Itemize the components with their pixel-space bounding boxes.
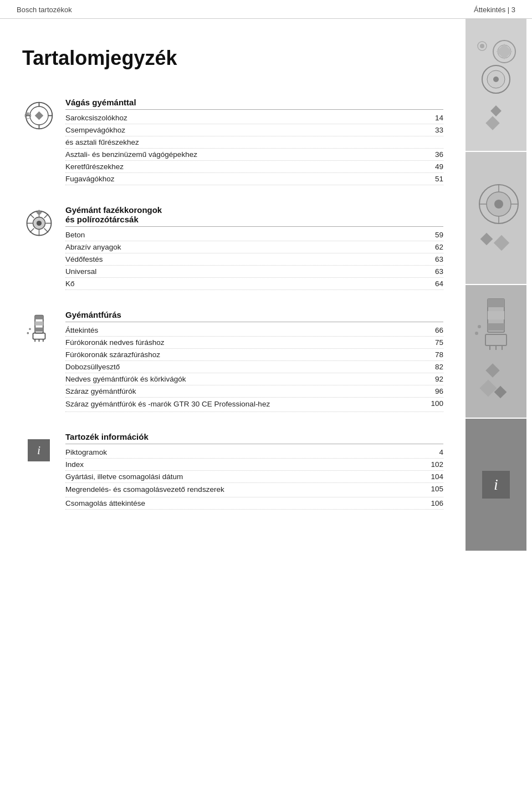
toc-item-page: 36 (427, 150, 443, 159)
toc-item-page: 106 (427, 499, 443, 507)
section-furas-items: Áttekintés66Fúrókoronák nedves fúráshoz7… (65, 324, 443, 412)
svg-rect-30 (494, 235, 509, 251)
section-tartozek-content: Tartozék információk Piktogramok4Index10… (65, 432, 443, 510)
svg-point-23 (493, 77, 499, 82)
section-vagas: Vágás gyémánttal Sarokcsiszolókhoz14Csem… (22, 98, 443, 185)
svg-rect-29 (480, 233, 493, 246)
svg-point-36 (478, 325, 481, 328)
toc-item: Csomagolás áttekintése106 (65, 497, 443, 510)
toc-item-label: Piktogramok (65, 448, 427, 456)
svg-rect-11 (35, 321, 43, 325)
toc-item: Dobozsüllyesztő82 (65, 361, 443, 373)
toc-item: Száraz gyémántfúrók és -marók GTR 30 CE … (65, 398, 443, 412)
toc-item-label: Száraz gyémántfúrók és -marók GTR 30 CE … (65, 399, 427, 410)
toc-item-label: Nedves gyémántfúrók és körkivágók (65, 375, 427, 383)
svg-rect-18 (497, 44, 512, 59)
toc-item-label: Fúrókoronák szárazfúráshoz (65, 350, 427, 359)
toc-item: Abrazív anyagok62 (65, 241, 443, 253)
toc-item-page: 96 (427, 387, 443, 395)
toc-item-label: Csempevágókhoz (65, 126, 427, 134)
section-tartozek: i Tartozék információk Piktogramok4Index… (22, 432, 443, 510)
section-furas-title: Gyémántfúrás (65, 310, 443, 322)
page-content: Tartalomjegyzék (0, 19, 532, 552)
toc-item-label: Universal (65, 267, 427, 276)
toc-item: Száraz gyémántfúrók96 (65, 385, 443, 398)
toc-item: Keretfűrészekhez49 (65, 161, 443, 173)
svg-rect-10 (35, 315, 43, 319)
section-icon-info: i (22, 433, 55, 466)
toc-item: Fúrókoronák szárazfúráshoz78 (65, 349, 443, 361)
section-fazek-title: Gyémánt fazékkorongokés polírozótárcsák (65, 205, 443, 227)
toc-item-label: Index (65, 460, 427, 469)
section-furas-content: Gyémántfúrás Áttekintés66Fúrókoronák ned… (65, 310, 443, 412)
section-gyemant-fazek: Gyémánt fazékkorongokés polírozótárcsák … (22, 205, 443, 290)
svg-rect-35 (485, 334, 507, 345)
toc-item-page: 100 (427, 399, 443, 408)
toc-item: Gyártási, illetve csomagolási dátum104 (65, 471, 443, 483)
toc-item-label: Védőfestés (65, 255, 427, 263)
toc-item-label: Megrendelés- és csomagolásvezető rendsze… (65, 485, 427, 495)
toc-item-page: 63 (427, 267, 443, 276)
toc-item-label: Abrazív anyagok (65, 243, 427, 251)
toc-item-page: 75 (427, 338, 443, 347)
toc-item: Megrendelés- és csomagolásvezető rendsze… (65, 483, 443, 497)
drilling-icon (24, 313, 54, 343)
sidebar-tab-3 (466, 285, 526, 418)
svg-point-7 (36, 220, 41, 225)
svg-rect-12 (35, 327, 43, 331)
deco-svg-1 (471, 35, 521, 135)
toc-item: Asztali- és benzinüzemű vágógépekhez36 (65, 149, 443, 161)
toc-item: Fugavágókhoz51 (65, 173, 443, 185)
polishing-icon (24, 208, 54, 238)
section-vagas-content: Vágás gyémánttal Sarokcsiszolókhoz14Csem… (65, 98, 443, 185)
toc-item-page: 104 (427, 472, 443, 481)
sidebar-tab-2 (466, 152, 526, 285)
page-title: Tartalomjegyzék (22, 47, 443, 70)
toc-item-page: 49 (427, 162, 443, 171)
toc-item-page: 14 (427, 114, 443, 122)
main-content: Tartalomjegyzék (0, 19, 466, 552)
section-fazek-content: Gyémánt fazékkorongokés polírozótárcsák … (65, 205, 443, 290)
sidebar-tab-1 (466, 19, 526, 152)
toc-item-label: Asztali- és benzinüzemű vágógépekhez (65, 150, 427, 159)
sidebar-info-icon: i (482, 471, 510, 499)
svg-rect-13 (33, 333, 45, 339)
toc-item-page: 105 (427, 485, 443, 493)
svg-point-20 (480, 44, 484, 48)
toc-item: Nedves gyémántfúrók és körkivágók92 (65, 373, 443, 385)
svg-rect-3 (34, 111, 43, 120)
toc-item: és asztali fűrészekhez (65, 136, 443, 149)
toc-item-label: Keretfűrészekhez (65, 162, 427, 171)
toc-item-page: 64 (427, 279, 443, 288)
toc-item: Fúrókoronák nedves fúráshoz75 (65, 337, 443, 349)
svg-point-15 (27, 332, 29, 334)
sidebar-tab-info: i (466, 419, 526, 552)
section-icon-fazek (22, 206, 55, 240)
toc-item-label: Áttekintés (65, 326, 427, 334)
toc-item-page: 63 (427, 255, 443, 263)
toc-item-label: Fugavágókhoz (65, 175, 427, 183)
svg-rect-8 (36, 210, 42, 215)
svg-rect-34 (488, 323, 504, 331)
toc-item-label: Fúrókoronák nedves fúráshoz (65, 338, 427, 347)
header-right-text: Áttekintés | 3 (474, 6, 515, 14)
svg-rect-39 (479, 379, 497, 397)
toc-item-page: 92 (427, 375, 443, 383)
deco-svg-2 (471, 176, 521, 260)
toc-item-label: Dobozsüllyesztő (65, 363, 427, 371)
toc-item-page: 78 (427, 350, 443, 359)
toc-item-page: 66 (427, 326, 443, 334)
svg-point-14 (29, 328, 31, 330)
toc-item-page: 51 (427, 175, 443, 183)
svg-rect-24 (490, 105, 502, 116)
section-gyemantfuras: Gyémántfúrás Áttekintés66Fúrókoronák ned… (22, 310, 443, 412)
toc-item: Index102 (65, 459, 443, 471)
svg-rect-25 (485, 116, 499, 130)
section-vagas-items: Sarokcsiszolókhoz14Csempevágókhoz33és as… (65, 112, 443, 185)
section-icon-vagas (22, 99, 55, 132)
svg-point-28 (494, 200, 503, 209)
header-left-text: Bosch tartozékok (17, 6, 72, 14)
toc-item-label: Száraz gyémántfúrók (65, 387, 427, 395)
toc-item-page: 62 (427, 243, 443, 251)
toc-item: Áttekintés66 (65, 324, 443, 337)
